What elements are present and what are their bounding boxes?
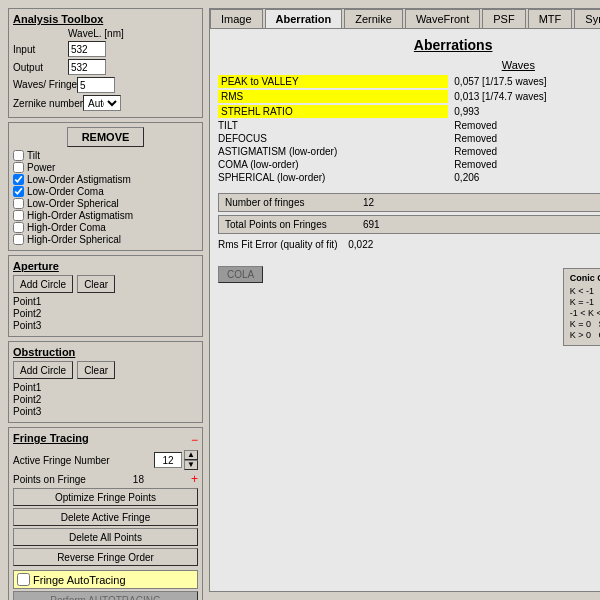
ab-row-1: RMS0,013 [1/74.7 waves]7,1 nm. — [218, 90, 600, 103]
total-points-label: Total Points on Fringes — [225, 219, 355, 230]
point3: Point3 — [13, 320, 198, 331]
point2: Point2 — [13, 308, 198, 319]
ab-waves-0: 0,057 [1/17.5 waves] — [448, 76, 588, 87]
fringe-autotracing-container: Fringe AutoTracing — [13, 570, 198, 589]
fringe-down-btn[interactable]: ▼ — [184, 460, 198, 470]
add-circle2-button[interactable]: Add Circle — [13, 361, 73, 379]
optimize-fringe-btn[interactable]: Optimize Fringe Points — [13, 488, 198, 506]
fringe-title: Fringe Tracing — [13, 432, 89, 444]
tab-image[interactable]: Image — [210, 9, 263, 28]
power-label: Power — [27, 162, 55, 173]
low-astig-checkbox[interactable] — [13, 174, 24, 185]
cola-button[interactable]: COLA — [218, 266, 263, 283]
tilt-label: Tilt — [27, 150, 40, 161]
left-panel: Analysis Toolbox WaveL. [nm] Input Outpu… — [8, 8, 203, 592]
waves-fringe-field[interactable] — [77, 77, 115, 93]
conic-row-3: K = 0 Sphere — [570, 319, 600, 329]
fringe-up-btn[interactable]: ▲ — [184, 450, 198, 460]
reverse-fringe-btn[interactable]: Reverse Fringe Order — [13, 548, 198, 566]
obstruction-title: Obstruction — [13, 346, 198, 358]
rms-fit-label: Rms Fit Error (quality of fit) — [218, 239, 337, 250]
point1b: Point1 — [13, 382, 198, 393]
aberrations-title: Aberrations — [218, 37, 600, 53]
plus-icon[interactable]: + — [191, 472, 198, 486]
ab-label-6: COMA (low-order) — [218, 159, 448, 170]
ab-waves-6: Removed — [448, 159, 588, 170]
clear-button[interactable]: Clear — [77, 275, 115, 293]
ab-label-0: PEAK to VALLEY — [218, 75, 448, 88]
conic-title: Conic Constant (K) range: — [570, 273, 600, 283]
input-label: Input — [13, 44, 68, 55]
add-circle-button[interactable]: Add Circle — [13, 275, 73, 293]
points-fringe-label: Points on Fringe — [13, 474, 86, 485]
remove-section: REMOVE Tilt Power Low-Order Astigmatism … — [8, 122, 203, 251]
input-field[interactable] — [68, 41, 106, 57]
remove-button[interactable]: REMOVE — [67, 127, 145, 147]
low-astig-label: Low-Order Astigmatism — [27, 174, 131, 185]
col-nm-header: NanoMeters — [588, 59, 600, 71]
perform-autotrace-btn[interactable]: Perform AUTOTRACING — [13, 591, 198, 600]
tab-aberration[interactable]: Aberration — [265, 9, 343, 28]
ab-row-0: PEAK to VALLEY0,057 [1/17.5 waves]30,4 n… — [218, 75, 600, 88]
active-fringe-label: Active Fringe Number — [13, 455, 110, 466]
rms-fit-row: Rms Fit Error (quality of fit) 0,022 — [218, 237, 600, 252]
hi-astig-label: High-Order Astigmatism — [27, 210, 133, 221]
tab-wavefront[interactable]: WaveFront — [405, 9, 480, 28]
low-coma-checkbox[interactable] — [13, 186, 24, 197]
analysis-toolbox: Analysis Toolbox WaveL. [nm] Input Outpu… — [8, 8, 203, 118]
hi-coma-checkbox[interactable] — [13, 222, 24, 233]
point3b: Point3 — [13, 406, 198, 417]
low-sph-checkbox[interactable] — [13, 198, 24, 209]
fringe-auto-label: Fringe AutoTracing — [33, 574, 126, 586]
low-coma-label: Low-Order Coma — [27, 186, 104, 197]
ab-row-2: STREHL RATIO0,993 — [218, 105, 600, 118]
ab-waves-2: 0,993 — [448, 106, 588, 117]
fringe-auto-checkbox[interactable] — [17, 573, 30, 586]
ab-row-5: ASTIGMATISM (low-order)Removed — [218, 146, 600, 157]
total-points-val: 691 — [363, 219, 380, 230]
tab-synthetic[interactable]: Synthetic — [574, 9, 600, 28]
ab-summary-section: Number of fringes 12 Total Points on Fri… — [218, 193, 600, 252]
num-fringes-label: Number of fringes — [225, 197, 355, 208]
aberrations-header: Waves NanoMeters — [218, 59, 600, 71]
zernike-label: Zernike number — [13, 98, 83, 109]
rms-fit-val: 0,022 — [348, 239, 373, 250]
power-checkbox[interactable] — [13, 162, 24, 173]
conic-row-4: K > 0 Oblate Ellipsoid — [570, 330, 600, 340]
zernike-select[interactable]: Auto — [83, 95, 121, 111]
tab-zernike[interactable]: Zernike — [344, 9, 403, 28]
delete-active-fringe-btn[interactable]: Delete Active Fringe — [13, 508, 198, 526]
tabs-bar: Image Aberration Zernike WaveFront PSF M… — [210, 9, 600, 29]
aberrations-rows: PEAK to VALLEY0,057 [1/17.5 waves]30,4 n… — [218, 75, 600, 183]
ab-waves-4: Removed — [448, 133, 588, 144]
col-waves-header: Waves — [448, 59, 588, 71]
hi-astig-checkbox[interactable] — [13, 210, 24, 221]
num-fringes-val: 12 — [363, 197, 374, 208]
ab-waves-5: Removed — [448, 146, 588, 157]
output-label: Output — [13, 62, 68, 73]
aperture-section: Aperture Add Circle Clear Point1 Point2 … — [8, 255, 203, 337]
ab-nm-7: -109,3 nm. — [588, 172, 600, 183]
conic-row-0: K < -1 Hyperbola — [570, 286, 600, 296]
output-field[interactable] — [68, 59, 106, 75]
clear2-button[interactable]: Clear — [77, 361, 115, 379]
hi-sph-checkbox[interactable] — [13, 234, 24, 245]
delete-all-points-btn[interactable]: Delete All Points — [13, 528, 198, 546]
wavelength-label: WaveL. [nm] — [68, 28, 124, 39]
fringe-minus-icon[interactable]: − — [191, 433, 198, 447]
waves-fringe-label: Waves/ Fringe — [13, 79, 77, 91]
points-fringe-val: 18 — [133, 474, 144, 485]
ab-label-4: DEFOCUS — [218, 133, 448, 144]
ab-label-2: STREHL RATIO — [218, 105, 448, 118]
active-fringe-input[interactable] — [154, 452, 182, 468]
aperture-title: Aperture — [13, 260, 59, 272]
tab-mtf[interactable]: MTF — [528, 9, 573, 28]
ab-waves-7: 0,206 — [448, 172, 588, 183]
tab-psf[interactable]: PSF — [482, 9, 525, 28]
ab-row-7: SPHERICAL (low-order)0,206-109,3 nm. — [218, 172, 600, 183]
right-panel: Image Aberration Zernike WaveFront PSF M… — [209, 8, 600, 592]
col-name-header — [218, 59, 448, 71]
ab-nm-0: 30,4 nm. — [588, 76, 600, 87]
tilt-checkbox[interactable] — [13, 150, 24, 161]
ab-label-3: TILT — [218, 120, 448, 131]
